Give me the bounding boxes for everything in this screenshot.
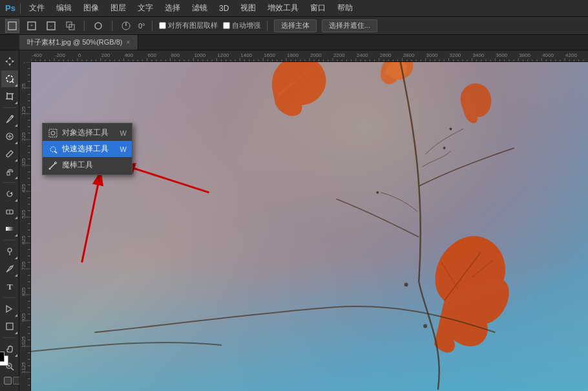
context-menu-item-quick-select[interactable]: 快速选择工具 W — [43, 141, 132, 157]
crop-tool[interactable] — [1, 88, 18, 105]
tool-submenu-indicator — [15, 84, 17, 87]
clone-stamp-tool[interactable] — [1, 163, 18, 180]
svg-point-40 — [443, 147, 446, 149]
auto-enhance-checkbox[interactable]: 自动增强 — [223, 21, 260, 30]
eyedropper-submenu-indicator — [15, 124, 17, 127]
main-area: T — [0, 50, 588, 391]
brush-size-icon[interactable] — [91, 19, 105, 33]
h-ruler-canvas — [31, 50, 588, 62]
svg-rect-21 — [7, 172, 10, 175]
leaves-svg — [31, 62, 588, 391]
dodge-tool[interactable] — [1, 243, 18, 260]
tool-mode-add[interactable]: + — [25, 19, 39, 33]
tool-mode-intersect[interactable] — [63, 19, 78, 33]
history-brush-tool[interactable] — [1, 185, 18, 202]
angle-dial-icon[interactable] — [119, 19, 133, 33]
quick-select-icon — [48, 144, 58, 154]
standard-mode-button[interactable] — [4, 377, 12, 385]
svg-text:T: T — [7, 282, 13, 291]
quick-select-tool[interactable] — [1, 70, 18, 87]
pathselect-submenu-indicator — [15, 314, 17, 317]
svg-line-50 — [55, 151, 57, 153]
menu-edit[interactable]: 编辑 — [51, 1, 77, 15]
menu-view[interactable]: 视图 — [235, 1, 261, 15]
magic-wand-icon — [48, 160, 58, 171]
svg-line-33 — [11, 368, 14, 370]
brush-tool[interactable] — [1, 145, 18, 162]
menu-plugins[interactable]: 增效工具 — [262, 1, 304, 15]
heal-tool[interactable] — [1, 128, 18, 145]
toolbar-separator-4 — [3, 297, 16, 298]
toolbar-separator-1 — [3, 107, 16, 108]
history-submenu-indicator — [15, 199, 17, 202]
path-select-tool[interactable] — [1, 301, 18, 317]
menu-image[interactable]: 图像 — [78, 1, 104, 15]
eraser-tool[interactable] — [1, 203, 18, 220]
angle-value: 0° — [138, 22, 145, 30]
brush-submenu-indicator — [15, 159, 17, 162]
text-tool[interactable]: T — [1, 278, 18, 295]
svg-rect-0 — [8, 22, 16, 30]
foreground-color-swatch[interactable] — [0, 352, 5, 362]
ruler-corner — [19, 50, 31, 62]
gradient-submenu-indicator — [15, 234, 17, 237]
context-menu-item-object-select[interactable]: 对象选择工具 W — [43, 125, 132, 141]
menu-window[interactable]: 窗口 — [305, 1, 331, 15]
svg-point-28 — [10, 266, 11, 268]
heal-submenu-indicator — [15, 142, 17, 144]
menu-file[interactable]: 文件 — [24, 1, 50, 15]
pen-submenu-indicator — [15, 274, 17, 277]
svg-point-53 — [49, 167, 51, 169]
clone-submenu-indicator — [15, 176, 17, 179]
all-layers-label: 对所有图层取样 — [168, 21, 218, 30]
move-tool[interactable] — [1, 53, 18, 70]
pen-tool[interactable] — [1, 260, 18, 277]
context-menu-item-magic-wand[interactable]: 魔棒工具 — [43, 157, 132, 173]
object-select-label: 对象选择工具 — [62, 127, 109, 138]
gradient-tool[interactable] — [1, 220, 18, 237]
left-toolbar: T — [0, 50, 19, 391]
eyedropper-tool[interactable] — [1, 111, 18, 127]
svg-point-42 — [404, 283, 408, 287]
shape-submenu-indicator — [15, 332, 17, 334]
menu-filter[interactable]: 滤镜 — [187, 1, 213, 15]
object-select-shortcut: W — [120, 129, 127, 137]
v-ruler-canvas — [19, 62, 31, 391]
select-mask-button[interactable]: 选择并遮住... — [322, 19, 377, 32]
menu-text[interactable]: 文字 — [132, 1, 158, 15]
color-swatches[interactable] — [0, 352, 11, 368]
options-separator-3 — [152, 21, 152, 31]
canvas-area: 对象选择工具 W 快速选择工具 W 魔棒工具 — [19, 50, 588, 391]
svg-point-26 — [8, 248, 12, 252]
menu-3d[interactable]: 3D — [214, 3, 234, 14]
all-layers-checkbox[interactable]: 对所有图层取样 — [159, 21, 218, 30]
tab-close-button[interactable]: × — [127, 39, 131, 46]
auto-enhance-input[interactable] — [223, 22, 230, 29]
photo-canvas[interactable] — [31, 62, 588, 391]
menu-select[interactable]: 选择 — [160, 1, 185, 15]
vertical-ruler — [19, 62, 31, 391]
menu-bar: Ps 文件 编辑 图像 图层 文字 选择 滤镜 3D 视图 增效工具 窗口 帮助 — [0, 0, 588, 17]
horizontal-ruler — [31, 50, 588, 62]
quick-select-label: 快速选择工具 — [62, 143, 109, 154]
tab-bar: 叶子素材1.jpg @ 50%(RGB/8) × — [0, 35, 588, 50]
magic-wand-label: 魔棒工具 — [62, 160, 93, 171]
svg-rect-47 — [49, 129, 57, 137]
select-subject-button[interactable]: 选择主体 — [274, 19, 317, 32]
toolbar-separator-3 — [3, 240, 16, 240]
menu-layer[interactable]: 图层 — [105, 1, 131, 15]
hand-submenu-indicator — [15, 354, 17, 357]
options-separator-2 — [112, 21, 112, 31]
tool-mode-new[interactable] — [5, 19, 19, 33]
document-tab[interactable]: 叶子素材1.jpg @ 50%(RGB/8) × — [19, 35, 138, 50]
all-layers-input[interactable] — [159, 22, 166, 29]
svg-text:-: - — [50, 23, 52, 28]
tool-mode-subtract[interactable]: - — [44, 19, 58, 33]
menu-help[interactable]: 帮助 — [332, 1, 358, 15]
canvas-viewport[interactable] — [31, 62, 588, 391]
options-separator-4 — [267, 21, 268, 31]
svg-marker-22 — [10, 192, 12, 195]
shape-tool[interactable] — [1, 318, 18, 335]
quick-select-shortcut: W — [120, 145, 127, 153]
svg-text:+: + — [30, 23, 34, 28]
